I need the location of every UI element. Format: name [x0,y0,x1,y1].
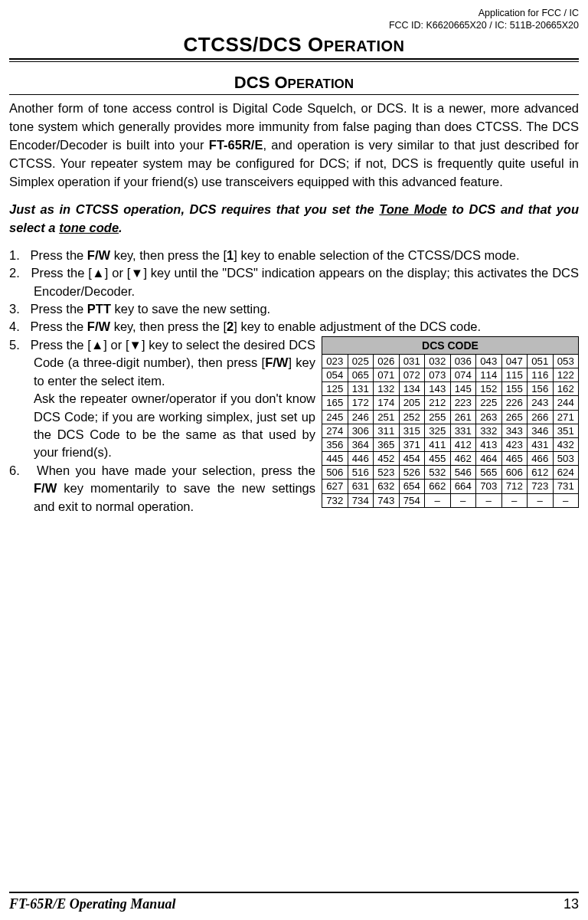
table-cell: 031 [399,354,425,368]
t: When you have made your selection, press… [37,463,315,477]
table-cell: 145 [450,382,476,396]
steps-list: 1. Press the F/W key, then press the [1]… [9,247,579,336]
table-cell: 114 [476,368,502,382]
table-cell: 452 [374,452,400,466]
table-cell: 152 [476,382,502,396]
table-cell: 212 [425,396,451,410]
table-cell: 331 [450,424,476,437]
table-cell: 131 [348,382,374,396]
key-fw: F/W [87,248,110,262]
table-cell: 325 [425,424,451,437]
key-2: 2 [227,319,234,333]
key-1: 1 [227,248,234,262]
table-row: 054065071072073074114115116122 [322,368,579,382]
manual-title: FT-65R/E Operating Manual [9,896,175,912]
table-row: 023025026031032036043047051053 [322,354,579,368]
table-cell: 364 [348,437,374,451]
table-cell: 731 [553,480,579,493]
note-post: . [119,221,122,234]
table-cell: 632 [374,480,400,493]
table-cell: 732 [322,493,348,507]
table-cell: – [450,493,476,507]
step-num: 5. [9,338,20,352]
up-icon: ▲ [91,338,104,352]
table-cell: 503 [553,452,579,466]
t: ] or [ [103,338,129,352]
table-cell: 565 [476,466,502,480]
header-meta: Application for FCC / IC FCC ID: K662066… [9,8,579,31]
step-num: 1. [9,248,20,262]
table-cell: 526 [399,466,425,480]
table-cell: 351 [553,424,579,437]
table-cell: 036 [450,354,476,368]
table-cell: – [476,493,502,507]
table-cell: 743 [374,493,400,507]
table-cell: 723 [528,480,554,493]
table-cell: 546 [450,466,476,480]
table-cell: 423 [501,437,528,451]
table-row: 245246251252255261263265266271 [322,410,579,424]
table-cell: 506 [322,466,348,480]
t: Press the [31,248,87,262]
t: key momentarily to save the new settings… [34,481,315,512]
table-cell: 252 [399,410,425,424]
table-cell: 172 [348,396,374,410]
footer: FT-65R/E Operating Manual 13 [9,892,579,912]
table-cell: 047 [501,354,528,368]
table-cell: 043 [476,354,502,368]
t: key to save the new setting. [111,302,270,316]
table-cell: 263 [476,410,502,424]
application-line: Application for FCC / IC [9,8,579,20]
steps-5-6-text: 5. Press the [▲] or [▼] key to select th… [9,336,315,516]
key-fw: F/W [87,319,110,333]
table-cell: 411 [425,437,451,451]
table-cell: 664 [450,480,476,493]
table-cell: 132 [374,382,400,396]
table-cell: – [425,493,451,507]
table-cell: 115 [501,368,528,382]
t: Press the [ [31,338,91,352]
table-cell: 631 [348,480,374,493]
footer-row: FT-65R/E Operating Manual 13 [9,896,579,912]
table-cell: 754 [399,493,425,507]
key-fw: F/W [265,355,288,369]
table-cell: 162 [553,382,579,396]
intro-paragraph: Another form of tone access control is D… [9,100,579,192]
t: key, then press the [ [110,248,227,262]
table-cell: 462 [450,452,476,466]
table-cell: 246 [348,410,374,424]
table-cell: 051 [528,354,554,368]
step-1: 1. Press the F/W key, then press the [1]… [9,247,579,264]
t: ] key to enable selection of the CTCSS/D… [234,248,519,262]
table-cell: 412 [450,437,476,451]
table-cell: 466 [528,452,554,466]
step-num: 6. [9,463,20,477]
table-cell: 243 [528,396,554,410]
table-row: 445446452454455462464465466503 [322,452,579,466]
table-cell: 165 [322,396,348,410]
table-cell: 065 [348,368,374,382]
table-cell: 306 [348,424,374,437]
table-cell: 225 [476,396,502,410]
fcc-id-line: FCC ID: K6620665X20 / IC: 511B-20665X20 [9,20,579,32]
model-name: FT-65R/E [209,138,263,152]
t: ] or [ [105,266,131,280]
t: Press the [31,302,87,316]
step-5: 5. Press the [▲] or [▼] key to select th… [9,336,315,390]
table-cell: 627 [322,480,348,493]
table-row: 165172174205212223225226243244 [322,396,579,410]
table-cell: 271 [553,410,579,424]
table-row: 274306311315325331332343346351 [322,424,579,437]
table-cell: 446 [348,452,374,466]
table-cell: 311 [374,424,400,437]
table-row: 125131132134143145152155156162 [322,382,579,396]
table-cell: 454 [399,452,425,466]
section-title-part1: DCS O [234,73,288,92]
table-cell: 205 [399,396,425,410]
table-cell: 143 [425,382,451,396]
table-cell: 023 [322,354,348,368]
table-cell: – [553,493,579,507]
table-cell: 413 [476,437,502,451]
key-fw: F/W [34,481,57,495]
table-cell: 026 [374,354,400,368]
